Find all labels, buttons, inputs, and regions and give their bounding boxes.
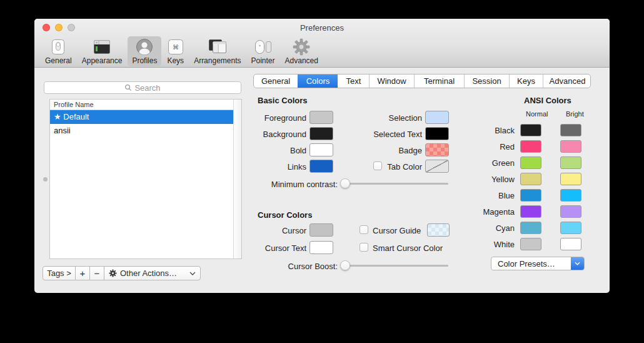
selected-text-swatch[interactable] bbox=[425, 127, 449, 140]
ansi-bright-swatch[interactable] bbox=[560, 140, 581, 153]
ansi-bright-swatch[interactable] bbox=[560, 156, 581, 169]
ansi-color-row: Cyan bbox=[460, 220, 581, 236]
cursor-label: Cursor bbox=[231, 226, 306, 235]
gear-icon bbox=[109, 269, 117, 277]
tab-window[interactable]: Window bbox=[369, 74, 414, 88]
ansi-bright-swatch[interactable] bbox=[560, 124, 581, 136]
ansi-colors-title: ANSI Colors bbox=[524, 96, 571, 105]
ansi-normal-swatch[interactable] bbox=[520, 189, 541, 202]
advanced-icon bbox=[293, 38, 310, 56]
links-label: Links bbox=[231, 162, 306, 172]
tab-general[interactable]: General bbox=[254, 74, 298, 88]
cursor-swatch[interactable] bbox=[309, 223, 333, 237]
ansi-color-row: Blue bbox=[460, 187, 581, 203]
other-actions-label: Other Actions… bbox=[120, 269, 177, 278]
slider-knob[interactable] bbox=[340, 178, 350, 188]
badge-swatch[interactable] bbox=[425, 143, 449, 156]
ansi-bright-swatch[interactable] bbox=[560, 222, 581, 234]
bold-swatch[interactable] bbox=[309, 143, 333, 156]
cursor-guide-swatch[interactable] bbox=[427, 223, 450, 237]
pointer-icon bbox=[254, 38, 272, 56]
arrangements-icon bbox=[208, 38, 227, 56]
other-actions-button[interactable]: Other Actions… bbox=[104, 266, 201, 280]
search-icon bbox=[124, 84, 132, 91]
toolbar-item-label: General bbox=[45, 56, 72, 65]
ansi-normal-swatch[interactable] bbox=[520, 156, 541, 169]
background-swatch[interactable] bbox=[309, 127, 333, 140]
ansi-normal-header: Normal bbox=[526, 110, 548, 118]
preferences-window: Preferences General × Appearance Profile… bbox=[34, 19, 610, 293]
ansi-normal-swatch[interactable] bbox=[520, 140, 541, 153]
background-label: Background bbox=[231, 130, 306, 139]
profile-table-header: Profile Name bbox=[50, 100, 241, 110]
ansi-normal-swatch[interactable] bbox=[520, 222, 541, 234]
ansi-normal-swatch[interactable] bbox=[520, 173, 541, 185]
search-placeholder: Search bbox=[134, 83, 160, 93]
cursor-text-label: Cursor Text bbox=[231, 243, 306, 253]
preferences-toolbar: General × Appearance Profiles ⌘ Keys bbox=[41, 36, 324, 67]
ansi-color-name: Magenta bbox=[460, 207, 520, 217]
cursor-guide-label: Cursor Guide bbox=[373, 226, 421, 235]
smart-cursor-checkbox[interactable] bbox=[360, 243, 368, 252]
min-contrast-slider[interactable] bbox=[341, 178, 448, 188]
toolbar-item-label: Arrangements bbox=[194, 56, 241, 65]
toolbar-item-label: Profiles bbox=[132, 56, 157, 65]
toolbar-item-keys[interactable]: ⌘ Keys bbox=[163, 36, 188, 66]
toolbar-item-general[interactable]: General bbox=[41, 36, 76, 66]
ansi-color-row: White bbox=[460, 236, 581, 252]
selection-swatch[interactable] bbox=[425, 111, 449, 124]
ansi-color-row: Magenta bbox=[460, 203, 581, 220]
selected-text-label: Selected Text bbox=[335, 130, 422, 139]
color-presets-dropdown[interactable]: Color Presets… bbox=[491, 257, 585, 270]
toolbar-item-label: Advanced bbox=[285, 56, 318, 65]
ansi-bright-swatch[interactable] bbox=[560, 238, 581, 250]
ansi-color-name: Cyan bbox=[460, 223, 520, 233]
chevron-down-icon bbox=[189, 272, 196, 275]
ansi-bright-swatch[interactable] bbox=[560, 205, 581, 218]
add-profile-button[interactable]: + bbox=[75, 266, 90, 280]
cursor-text-swatch[interactable] bbox=[309, 241, 333, 254]
profile-row-default[interactable]: ★ Default bbox=[50, 110, 233, 124]
ansi-color-name: Yellow bbox=[460, 175, 520, 184]
star-icon: ★ bbox=[54, 112, 63, 121]
toolbar-item-profiles[interactable]: Profiles bbox=[128, 36, 161, 66]
selection-label: Selection bbox=[335, 113, 422, 123]
ansi-color-name: White bbox=[460, 240, 520, 249]
foreground-swatch[interactable] bbox=[309, 111, 333, 124]
ansi-color-name: Blue bbox=[460, 191, 520, 200]
tab-colors[interactable]: Colors bbox=[298, 74, 338, 88]
profile-tabbar: General Colors Text Window Terminal Sess… bbox=[253, 74, 591, 88]
ansi-bright-swatch[interactable] bbox=[560, 173, 581, 185]
ansi-color-name: Red bbox=[460, 142, 520, 151]
tab-advanced[interactable]: Advanced bbox=[543, 74, 591, 88]
ansi-normal-swatch[interactable] bbox=[520, 205, 541, 218]
slider-knob[interactable] bbox=[340, 260, 350, 270]
ansi-bright-swatch[interactable] bbox=[560, 189, 581, 202]
links-swatch[interactable] bbox=[309, 160, 333, 173]
ansi-color-row: Red bbox=[460, 138, 581, 155]
search-input[interactable]: Search bbox=[44, 81, 241, 94]
smart-cursor-label: Smart Cursor Color bbox=[373, 243, 443, 253]
toolbar-item-label: Keys bbox=[167, 56, 184, 65]
svg-text:⌘: ⌘ bbox=[173, 44, 179, 51]
toolbar-item-pointer[interactable]: Pointer bbox=[247, 36, 279, 66]
profile-row-ansii[interactable]: ansii bbox=[50, 124, 233, 138]
toolbar-item-appearance[interactable]: × Appearance bbox=[78, 36, 127, 66]
tab-terminal[interactable]: Terminal bbox=[414, 74, 464, 88]
tab-keys[interactable]: Keys bbox=[509, 74, 543, 88]
ansi-normal-swatch[interactable] bbox=[520, 124, 541, 136]
tab-text[interactable]: Text bbox=[338, 74, 369, 88]
toolbar-item-arrangements[interactable]: Arrangements bbox=[189, 36, 245, 66]
cursor-boost-slider[interactable] bbox=[341, 260, 448, 270]
cursor-guide-checkbox[interactable] bbox=[360, 225, 368, 234]
tab-session[interactable]: Session bbox=[464, 74, 509, 88]
tab-color-swatch[interactable] bbox=[425, 160, 449, 173]
toolbar-item-advanced[interactable]: Advanced bbox=[281, 36, 323, 66]
keys-icon: ⌘ bbox=[168, 38, 184, 56]
slider-track[interactable] bbox=[341, 183, 448, 185]
ansi-normal-swatch[interactable] bbox=[520, 238, 541, 250]
tags-button[interactable]: Tags > bbox=[43, 266, 76, 280]
tab-color-label: Tab Color bbox=[353, 162, 422, 172]
slider-track[interactable] bbox=[341, 265, 448, 267]
remove-profile-button[interactable]: − bbox=[89, 266, 104, 280]
